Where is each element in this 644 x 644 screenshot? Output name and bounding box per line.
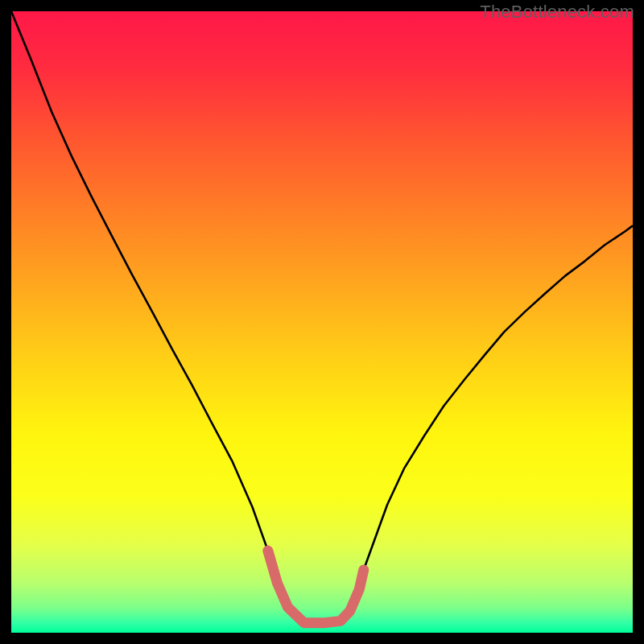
chart-frame: TheBottleneck.com [0,0,644,644]
watermark-text: TheBottleneck.com [480,2,634,23]
gradient-bg [11,11,633,633]
chart-svg [11,11,633,633]
plot-area [11,11,633,633]
